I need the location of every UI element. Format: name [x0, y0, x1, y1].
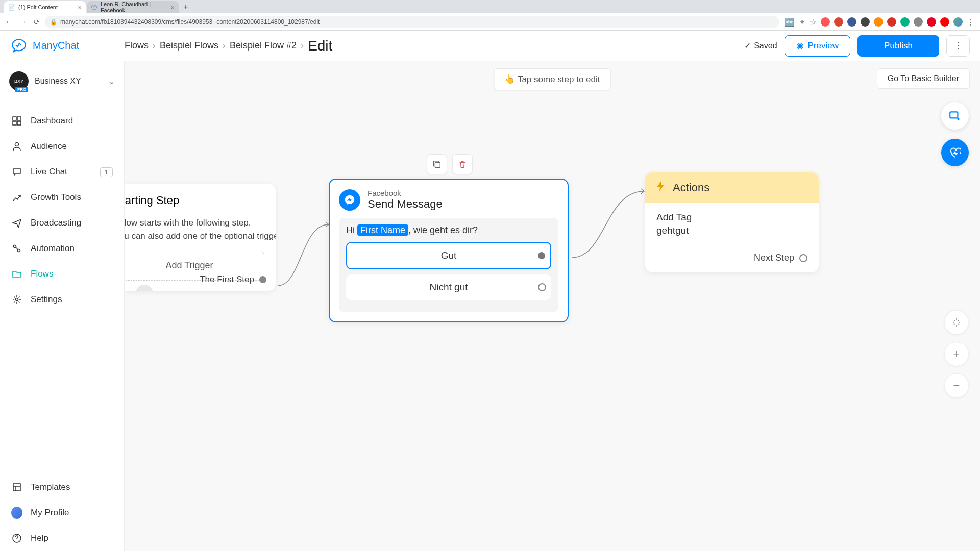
quick-reply-button[interactable]: Nicht gut	[346, 274, 551, 300]
extension-icon[interactable]	[927, 17, 936, 27]
node-title: Actions	[673, 181, 709, 194]
channel-label: Facebook	[368, 189, 443, 197]
brand-name: ManyChat	[33, 40, 79, 52]
workspace-selector[interactable]: BXY PRO Business XY ⌄	[0, 66, 124, 96]
bookmark-icon[interactable]: ✦	[799, 17, 805, 27]
dashboard-icon	[11, 115, 22, 127]
url-text: manychat.com/fb181039443240830​9/cms/fil…	[60, 18, 320, 26]
chat-icon	[11, 166, 22, 178]
flow-canvas[interactable]: 👆 Tap some step to edit Go To Basic Buil…	[125, 61, 980, 551]
auto-arrange-button[interactable]	[944, 310, 969, 335]
eye-icon: ◉	[796, 40, 804, 51]
extension-icon[interactable]	[874, 17, 883, 27]
extension-icon[interactable]	[940, 17, 949, 27]
forward-icon[interactable]: →	[19, 18, 27, 26]
sidebar-item-flows[interactable]: Flows	[0, 261, 124, 287]
folder-icon	[11, 268, 22, 280]
browser-tab-active[interactable]: 📄 (1) Edit Content ×	[4, 1, 86, 13]
pro-badge: PRO	[15, 87, 28, 92]
page-title: Edit	[308, 38, 332, 54]
add-card-button[interactable]	[941, 102, 969, 130]
translate-icon[interactable]: 🔤	[785, 17, 795, 27]
output-port-icon[interactable]	[538, 252, 545, 259]
tab-favicon: 📄	[8, 4, 15, 11]
first-step-port[interactable]: The First Step	[200, 274, 266, 285]
extension-icon[interactable]	[900, 17, 910, 27]
workspace-avatar: BXY PRO	[9, 71, 29, 91]
sidebar-item-settings[interactable]: Settings	[0, 287, 124, 312]
close-icon[interactable]: ×	[78, 4, 82, 11]
pointer-icon: 👆	[504, 74, 515, 84]
extension-icon[interactable]	[914, 17, 923, 27]
zoom-in-button[interactable]: +	[944, 342, 969, 366]
sidebar-item-dashboard[interactable]: Dashboard	[0, 108, 124, 134]
chevron-right-icon: ›	[143, 289, 145, 291]
duplicate-button[interactable]	[427, 154, 447, 174]
sidebar-item-growth[interactable]: Growth Tools	[0, 185, 124, 210]
wand-icon	[951, 317, 962, 328]
feedback-button[interactable]	[941, 139, 969, 166]
tab-title: (1) Edit Content	[18, 4, 58, 10]
sidebar-item-automation[interactable]: Automation	[0, 236, 124, 261]
go-basic-builder-button[interactable]: Go To Basic Builder	[877, 68, 970, 89]
more-menu-button[interactable]: ⋮	[946, 35, 970, 57]
delete-button[interactable]	[452, 154, 473, 174]
menu-icon[interactable]: ⋮	[967, 17, 975, 27]
chevron-down-icon: ⌄	[108, 77, 115, 86]
messenger-icon	[339, 189, 360, 211]
publish-button[interactable]: Publish	[857, 35, 939, 57]
node-title: Send Message	[368, 197, 443, 211]
reload-icon[interactable]: ⟳	[34, 18, 40, 26]
svg-rect-0	[13, 117, 16, 120]
next-step-port[interactable]: Next Step	[645, 245, 819, 272]
manychat-icon	[10, 37, 28, 55]
browser-tab[interactable]: ⓕ Leon R. Chaudhari | Facebook ×	[87, 1, 179, 13]
star-icon[interactable]: ☆	[810, 17, 817, 27]
node-send-message[interactable]: Facebook Send Message Hi First Name, wie…	[329, 179, 569, 322]
brand-logo[interactable]: ManyChat	[10, 37, 125, 55]
extensions-tray: 🔤 ✦ ☆ ⋮	[785, 17, 975, 27]
sidebar-item-templates[interactable]: Templates	[0, 474, 124, 500]
address-bar[interactable]: 🔒 manychat.com/fb181039443240830​9/cms/f…	[45, 16, 779, 28]
sidebar-item-audience[interactable]: Audience	[0, 134, 124, 159]
facebook-icon: ⓕ	[91, 4, 97, 11]
action-value: gehtgut	[656, 225, 807, 236]
sidebar-item-help[interactable]: Help	[0, 525, 124, 551]
extension-icon[interactable]	[821, 17, 830, 27]
variable-chip[interactable]: First Name	[357, 224, 408, 236]
send-icon	[11, 217, 22, 229]
workspace-name: Business XY	[35, 77, 102, 86]
breadcrumb-item[interactable]: Beispiel Flow #2	[230, 40, 297, 51]
breadcrumb-item[interactable]: Flows	[125, 40, 149, 51]
preview-button[interactable]: ◉ Preview	[785, 35, 850, 57]
sidebar-item-profile[interactable]: My Profile	[0, 500, 124, 525]
output-port-icon[interactable]	[259, 276, 266, 283]
message-text[interactable]: Hi First Name, wie geht es dir?	[346, 225, 551, 236]
zoom-out-button[interactable]: −	[944, 373, 969, 398]
sidebar-item-broadcasting[interactable]: Broadcasting	[0, 210, 124, 236]
quick-reply-button[interactable]: Gut	[346, 242, 551, 269]
output-port-icon[interactable]	[799, 254, 807, 262]
chevron-right-icon: ›	[301, 40, 304, 51]
svg-point-7	[16, 298, 18, 301]
node-starting-step[interactable]: Starting Step A flow starts with the fol…	[125, 184, 276, 291]
node-title: Starting Step	[125, 194, 264, 207]
output-port-icon[interactable]	[538, 283, 546, 291]
sidebar-item-livechat[interactable]: Live Chat 1	[0, 159, 124, 185]
breadcrumb-item[interactable]: Beispiel Flows	[160, 40, 218, 51]
extension-icon[interactable]	[834, 17, 843, 27]
extension-icon[interactable]	[847, 17, 856, 27]
new-tab-button[interactable]: +	[180, 1, 192, 13]
close-icon[interactable]: ×	[170, 4, 175, 11]
svg-rect-8	[13, 484, 20, 491]
svg-point-6	[18, 249, 20, 252]
node-actions[interactable]: Actions Add Tag gehtgut Next Step	[645, 172, 819, 272]
extension-icon[interactable]	[887, 17, 896, 27]
canvas-hint: 👆 Tap some step to edit	[494, 68, 610, 90]
extension-icon[interactable]	[861, 17, 870, 27]
back-icon[interactable]: ←	[5, 18, 12, 26]
heart-pulse-icon	[949, 146, 961, 159]
goto-step-button[interactable]: ›	[136, 285, 153, 291]
profile-avatar-icon[interactable]	[953, 17, 963, 27]
breadcrumb: Flows › Beispiel Flows › Beispiel Flow #…	[125, 38, 332, 54]
